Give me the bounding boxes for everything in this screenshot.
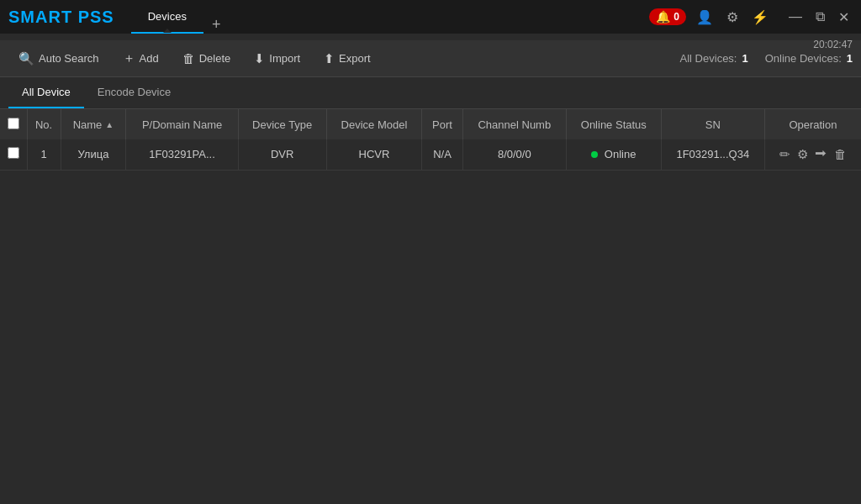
row-channel-num: 8/0/0/0 bbox=[462, 139, 566, 170]
device-table-container: No. Name ▲ P/Domain Name Device Type Dev… bbox=[0, 109, 861, 504]
col-device-type: Device Type bbox=[238, 109, 326, 139]
online-status-text: Online bbox=[605, 148, 637, 160]
col-online-status: Online Status bbox=[566, 109, 661, 139]
restore-button[interactable]: ⧉ bbox=[812, 8, 828, 26]
import-label: Import bbox=[269, 52, 300, 65]
tabs-bar: Devices + bbox=[131, 0, 650, 34]
close-button[interactable]: ✕ bbox=[835, 8, 853, 27]
row-p-domain: 1F03291PA... bbox=[126, 139, 238, 170]
edit-icon[interactable]: ✏ bbox=[779, 147, 790, 162]
logo-smart: SMART bbox=[8, 8, 72, 26]
auto-search-label: Auto Search bbox=[39, 52, 99, 65]
titlebar: SMART PSS Devices + 🔔 0 👤 ⚙ ⚡ — ⧉ ✕ 20:0… bbox=[0, 0, 861, 34]
delete-row-icon[interactable]: 🗑 bbox=[834, 147, 847, 161]
col-device-model: Device Model bbox=[326, 109, 422, 139]
auto-search-button[interactable]: 🔍 Auto Search bbox=[8, 47, 109, 71]
sort-icon: ▲ bbox=[105, 120, 114, 129]
bell-icon: 🔔 bbox=[656, 10, 670, 24]
app-logo: SMART PSS bbox=[8, 8, 114, 27]
export-icon: ⬆ bbox=[324, 51, 335, 66]
select-all-checkbox[interactable] bbox=[8, 118, 19, 129]
subtab-encode-device[interactable]: Encode Device bbox=[84, 77, 184, 108]
online-devices-label: Online Devices: bbox=[765, 52, 842, 65]
search-icon: 🔍 bbox=[18, 51, 34, 66]
row-online-status: Online bbox=[566, 139, 661, 170]
subtab-all-device[interactable]: All Device bbox=[8, 77, 84, 108]
minimize-button[interactable]: — bbox=[785, 8, 806, 26]
all-devices-value: 1 bbox=[742, 52, 747, 65]
device-counts: All Devices: 1 Online Devices: 1 bbox=[680, 52, 853, 65]
login-icon[interactable]: ⮕ bbox=[815, 147, 827, 161]
alert-count: 0 bbox=[673, 11, 679, 23]
col-operation: Operation bbox=[764, 109, 861, 139]
row-sn: 1F03291...Q34 bbox=[661, 139, 764, 170]
subtabs: All Device Encode Device bbox=[0, 77, 861, 109]
col-name-label: Name bbox=[73, 118, 103, 131]
col-p-domain: P/Domain Name bbox=[126, 109, 238, 139]
row-device-model: HCVR bbox=[326, 139, 422, 170]
operation-icons: ✏ ⚙ ⮕ 🗑 bbox=[772, 147, 854, 162]
delete-button[interactable]: 🗑 Delete bbox=[172, 47, 241, 70]
online-devices-value: 1 bbox=[847, 52, 853, 65]
add-tab-button[interactable]: + bbox=[203, 16, 230, 34]
row-operations: ✏ ⚙ ⮕ 🗑 bbox=[764, 139, 861, 170]
add-button[interactable]: ＋ Add bbox=[113, 46, 169, 71]
add-label: Add bbox=[140, 52, 159, 65]
table-row: 1 Улица 1F03291PA... DVR HCVR N/A 8/0/0/… bbox=[0, 139, 861, 170]
col-channel-num: Channel Numb bbox=[462, 109, 566, 139]
row-no: 1 bbox=[27, 139, 61, 170]
row-port: N/A bbox=[422, 139, 462, 170]
col-name[interactable]: Name ▲ bbox=[61, 109, 126, 139]
settings-icon[interactable]: ⚙ bbox=[797, 147, 808, 162]
all-devices-label: All Devices: bbox=[680, 52, 737, 65]
row-device-type: DVR bbox=[238, 139, 326, 170]
export-label: Export bbox=[339, 52, 371, 65]
person-icon[interactable]: 👤 bbox=[693, 8, 716, 27]
tab-devices[interactable]: Devices bbox=[131, 0, 203, 34]
row-checkbox-col[interactable] bbox=[0, 139, 27, 170]
time-display: 20:02:47 bbox=[813, 39, 853, 50]
col-no: No. bbox=[27, 109, 61, 139]
titlebar-controls: 🔔 0 👤 ⚙ ⚡ — ⧉ ✕ bbox=[649, 8, 853, 27]
online-devices-count: Online Devices: 1 bbox=[765, 52, 853, 65]
all-devices-count: All Devices: 1 bbox=[680, 52, 748, 65]
select-all-col[interactable] bbox=[0, 109, 27, 139]
row-checkbox[interactable] bbox=[8, 147, 19, 159]
gear-icon[interactable]: ⚙ bbox=[723, 8, 742, 27]
trash-icon: 🗑 bbox=[182, 51, 195, 66]
import-button[interactable]: ⬇ Import bbox=[244, 47, 310, 71]
row-name: Улица bbox=[61, 139, 126, 170]
import-icon: ⬇ bbox=[254, 51, 265, 66]
speedometer-icon[interactable]: ⚡ bbox=[748, 8, 772, 27]
col-sn: SN bbox=[661, 109, 764, 139]
toolbar: 🔍 Auto Search ＋ Add 🗑 Delete ⬇ Import ⬆ … bbox=[0, 40, 861, 77]
online-indicator bbox=[591, 151, 598, 158]
device-table: No. Name ▲ P/Domain Name Device Type Dev… bbox=[0, 109, 861, 171]
alert-button[interactable]: 🔔 0 bbox=[649, 8, 686, 25]
col-port: Port bbox=[422, 109, 462, 139]
logo-pss: PSS bbox=[78, 8, 114, 26]
delete-label: Delete bbox=[199, 52, 231, 65]
table-header-row: No. Name ▲ P/Domain Name Device Type Dev… bbox=[0, 109, 861, 139]
export-button[interactable]: ⬆ Export bbox=[314, 47, 381, 71]
plus-icon: ＋ bbox=[123, 50, 135, 66]
